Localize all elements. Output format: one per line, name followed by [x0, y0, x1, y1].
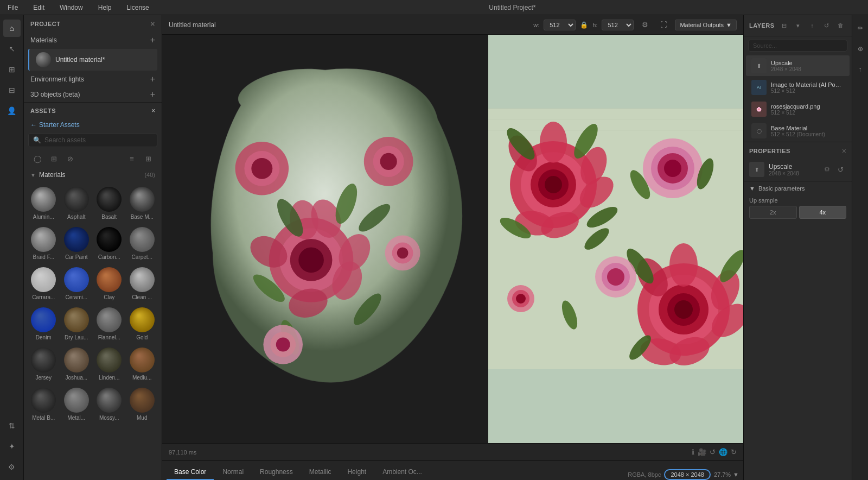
arrow-icon-right[interactable]: ↑ — [852, 61, 869, 78]
basic-params-toggle[interactable]: ▼ Basic parameters — [744, 181, 852, 195]
menu-window[interactable]: Window — [56, 3, 86, 12]
filter-view-btn[interactable]: ⊘ — [63, 151, 77, 166]
project-close[interactable]: × — [150, 20, 155, 28]
asset-item[interactable]: Clay — [94, 264, 125, 302]
asset-item[interactable]: Denim — [28, 305, 59, 343]
asset-item[interactable]: Braid F... — [28, 224, 59, 262]
layers-search-bar[interactable] — [748, 40, 847, 52]
grid-icon[interactable]: ⊟ — [3, 81, 21, 99]
layers-icon-left[interactable]: ⊞ — [3, 61, 21, 78]
asset-item[interactable]: Carrara... — [28, 264, 59, 302]
viewport-content — [162, 35, 743, 443]
tab-height[interactable]: Height — [340, 465, 374, 480]
home-icon[interactable]: ⌂ — [3, 20, 21, 37]
asset-item[interactable]: Metal B... — [28, 385, 59, 423]
settings-viewport-icon[interactable]: ⚙ — [638, 18, 652, 32]
outputs-dropdown[interactable]: Material Outputs ▼ — [675, 20, 737, 30]
grid-view-btn[interactable]: ⊞ — [141, 151, 155, 166]
asset-thumbnail — [96, 186, 122, 212]
height-select[interactable]: 512 1024 2048 — [602, 20, 634, 30]
resolution-display[interactable]: 2048 × 2048 — [664, 469, 710, 480]
star-icon[interactable]: ✦ — [3, 438, 21, 455]
sphere-view-btn[interactable]: ◯ — [30, 151, 44, 166]
zoom-dropdown-icon[interactable]: ▼ — [733, 471, 739, 478]
upsample-4x-btn[interactable]: 4x — [799, 206, 847, 219]
properties-close-btn[interactable]: × — [842, 147, 846, 155]
globe-icon[interactable]: 🌐 — [719, 448, 727, 456]
asset-item[interactable]: Metal... — [61, 385, 92, 423]
asset-item[interactable]: Car Paint — [61, 224, 92, 262]
section-label: Basic parameters — [758, 185, 805, 192]
layer-upscale[interactable]: ⬆ Upscale 2048 × 2048 — [746, 55, 850, 76]
objects-3d-add-btn[interactable]: + — [150, 90, 155, 99]
info-icon[interactable]: ℹ — [692, 448, 694, 456]
asset-label: Cerami... — [62, 294, 91, 300]
bottom-tabs: Base Color Normal Roughness Metallic Hei… — [162, 460, 743, 480]
materials-add-btn[interactable]: + — [150, 36, 155, 45]
refresh-icon[interactable]: ↺ — [710, 448, 716, 456]
user-icon[interactable]: 👤 — [3, 102, 21, 119]
asset-item[interactable]: Clean ... — [127, 264, 158, 302]
asset-item[interactable]: Dry Lau... — [61, 305, 92, 343]
asset-item[interactable]: Carpet... — [127, 224, 158, 262]
texture-preview — [488, 35, 743, 443]
brush-icon[interactable]: ✏ — [852, 20, 869, 37]
list-view-btn[interactable]: ≡ — [125, 151, 139, 166]
asset-thumbnail — [30, 267, 56, 293]
asset-item[interactable]: Linden... — [94, 345, 125, 383]
layer-base-material[interactable]: ◯ Base Material 512 × 512 (Document) — [746, 121, 850, 141]
tab-ambient-oc[interactable]: Ambient Oc... — [375, 465, 430, 480]
env-lights-add-btn[interactable]: + — [150, 75, 155, 84]
layers-view-icon[interactable]: ⊟ — [778, 20, 790, 31]
asset-label: Joshua... — [62, 375, 91, 381]
asset-item[interactable]: Mediu... — [127, 345, 158, 383]
expand-viewport-icon[interactable]: ⛶ — [656, 18, 671, 32]
layer-base-name: Base Material — [771, 125, 844, 131]
image-view-btn[interactable]: ⊞ — [47, 151, 61, 166]
layer-image[interactable]: 🌸 rosesjacquard.png 512 × 512 — [746, 99, 850, 119]
asset-item[interactable]: Asphalt — [61, 184, 92, 222]
width-select[interactable]: 512 1024 2048 — [544, 20, 576, 30]
props-thumb: ⬆ — [749, 162, 764, 177]
arrows-icon[interactable]: ⇅ — [3, 417, 21, 434]
asset-item[interactable]: Carbon... — [94, 224, 125, 262]
upsample-2x-btn[interactable]: 2x — [749, 206, 797, 219]
rotate-icon[interactable]: ↻ — [731, 448, 737, 456]
asset-item[interactable]: Jersey — [28, 345, 59, 383]
layers-arrow-icon[interactable]: ▾ — [792, 20, 804, 31]
cursor-icon[interactable]: ↖ — [3, 40, 21, 58]
assets-close[interactable]: × — [151, 107, 155, 115]
menu-help[interactable]: Help — [95, 3, 115, 12]
tab-base-color[interactable]: Base Color — [167, 465, 214, 480]
back-nav[interactable]: ← Starter Assets — [24, 119, 162, 131]
asset-item[interactable]: Joshua... — [61, 345, 92, 383]
layers-share-icon[interactable]: ↑ — [806, 20, 818, 31]
layers-reload-icon[interactable]: ↺ — [820, 20, 832, 31]
asset-item[interactable]: Basalt — [94, 184, 125, 222]
layer-ai[interactable]: AI Image to Material (AI Powered) 512 × … — [746, 77, 850, 98]
assets-search-input[interactable] — [44, 136, 152, 144]
props-gear-icon[interactable]: ⚙ — [824, 166, 830, 173]
asset-item[interactable]: Alumin... — [28, 184, 59, 222]
tab-roughness[interactable]: Roughness — [252, 465, 301, 480]
tool-icon-right[interactable]: ⊕ — [852, 40, 869, 58]
layers-search-input[interactable] — [753, 42, 843, 49]
assets-search-bar[interactable]: 🔍 — [28, 133, 157, 147]
tab-normal[interactable]: Normal — [215, 465, 251, 480]
asset-item[interactable]: Cerami... — [61, 264, 92, 302]
camera-icon[interactable]: 🎥 — [698, 448, 706, 456]
asset-item[interactable]: Mud — [127, 385, 158, 423]
asset-item[interactable]: Base M... — [127, 184, 158, 222]
menu-file[interactable]: File — [4, 3, 21, 12]
active-material-item[interactable]: Untitled material* — [28, 49, 157, 71]
asset-item[interactable]: Flannel... — [94, 305, 125, 343]
layers-delete-icon[interactable]: 🗑 — [834, 20, 846, 31]
props-undo-btn[interactable]: ↺ — [834, 163, 846, 175]
settings-icon[interactable]: ⚙ — [3, 458, 21, 476]
tab-metallic[interactable]: Metallic — [302, 465, 339, 480]
asset-item[interactable]: Gold — [127, 305, 158, 343]
menu-edit[interactable]: Edit — [30, 3, 48, 12]
env-lights-row: Environment lights + — [24, 72, 162, 87]
menu-license[interactable]: License — [123, 3, 152, 12]
asset-item[interactable]: Mossy... — [94, 385, 125, 423]
